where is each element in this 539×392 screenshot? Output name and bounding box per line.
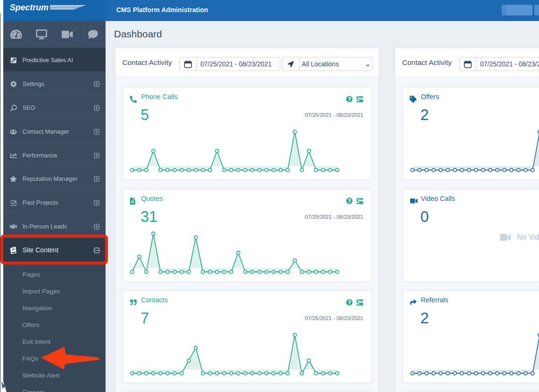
svg-text:Spectrum: Spectrum — [10, 3, 49, 12]
